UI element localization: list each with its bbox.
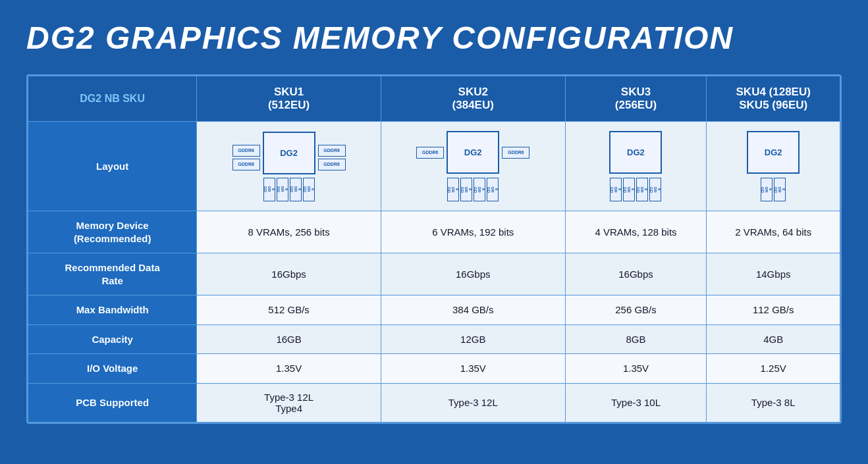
cell-memory-sku4: 2 VRAMs, 64 bits bbox=[707, 211, 840, 253]
cell-pcb-sku4: Type-3 8L bbox=[707, 383, 840, 422]
row-label-layout: Layout bbox=[28, 122, 197, 211]
cell-bandwidth-sku4: 112 GB/s bbox=[707, 296, 840, 325]
table-row-layout: Layout GDDR6 GDDR6 DG2 GDDR6 GDDR6 bbox=[28, 122, 840, 211]
cell-bandwidth-sku2: 384 GB/s bbox=[381, 296, 565, 325]
table-row-pcb: PCB Supported Type-3 12LType4 Type-3 12L… bbox=[28, 383, 840, 422]
cell-bandwidth-sku1: 512 GB/s bbox=[197, 296, 381, 325]
col-header-sku3: SKU3 (256EU) bbox=[565, 76, 707, 122]
row-label-voltage: I/O Voltage bbox=[28, 354, 197, 384]
table-row-capacity: Capacity 16GB 12GB 8GB 4GB bbox=[28, 324, 840, 354]
cell-voltage-sku4: 1.25V bbox=[707, 354, 840, 384]
cell-bandwidth-sku3: 256 GB/s bbox=[565, 296, 707, 325]
col-header-sku2: SKU2 (384EU) bbox=[381, 76, 565, 122]
cell-voltage-sku1: 1.35V bbox=[197, 354, 381, 384]
cell-capacity-sku1: 16GB bbox=[197, 324, 381, 354]
page-title: DG2 Graphics Memory Configuration bbox=[26, 20, 842, 56]
cell-datarate-sku4: 14Gbps bbox=[707, 253, 840, 296]
layout-sku3-cell: DG2 GDDR6 GDDR6 GDDR6 GDDR6 bbox=[565, 122, 707, 211]
table-header-row: DG2 NB SKU SKU1 (512EU) SKU2 (384EU) SKU… bbox=[28, 76, 840, 122]
cell-memory-sku2: 6 VRAMs, 192 bits bbox=[381, 211, 565, 253]
cell-datarate-sku2: 16Gbps bbox=[381, 253, 565, 296]
cell-memory-sku1: 8 VRAMs, 256 bits bbox=[197, 211, 381, 253]
cell-capacity-sku2: 12GB bbox=[381, 324, 565, 354]
col-header-sku4: SKU4 (128EU) SKU5 (96EU) bbox=[707, 76, 840, 122]
memory-config-table: DG2 NB SKU SKU1 (512EU) SKU2 (384EU) SKU… bbox=[26, 74, 842, 424]
cell-pcb-sku3: Type-3 10L bbox=[565, 383, 707, 422]
cell-voltage-sku2: 1.35V bbox=[381, 354, 565, 384]
table-row-data-rate: Recommended DataRate 16Gbps 16Gbps 16Gbp… bbox=[28, 253, 840, 296]
cell-voltage-sku3: 1.35V bbox=[565, 354, 707, 384]
cell-pcb-sku1: Type-3 12LType4 bbox=[197, 383, 381, 422]
table-row-bandwidth: Max Bandwidth 512 GB/s 384 GB/s 256 GB/s… bbox=[28, 296, 840, 325]
row-label-memory-device: Memory Device(Recommended) bbox=[28, 211, 197, 253]
row-label-capacity: Capacity bbox=[28, 324, 197, 354]
row-label-data-rate: Recommended DataRate bbox=[28, 253, 197, 296]
row-label-bandwidth: Max Bandwidth bbox=[28, 296, 197, 325]
layout-sku1-cell: GDDR6 GDDR6 DG2 GDDR6 GDDR6 GDDR6 GDDR6 bbox=[197, 122, 381, 211]
layout-sku2-cell: GDDR6 DG2 GDDR6 GDDR6 GDDR6 GDDR6 GDDR6 bbox=[381, 122, 565, 211]
cell-pcb-sku2: Type-3 12L bbox=[381, 383, 565, 422]
cell-datarate-sku3: 16Gbps bbox=[565, 253, 707, 296]
layout-sku4-cell: DG2 GDDR6 GDDR6 bbox=[707, 122, 840, 211]
row-label-pcb: PCB Supported bbox=[28, 383, 197, 422]
col-header-label: DG2 NB SKU bbox=[28, 76, 197, 122]
cell-datarate-sku1: 16Gbps bbox=[197, 253, 381, 296]
table-row-memory-device: Memory Device(Recommended) 8 VRAMs, 256 … bbox=[28, 211, 840, 253]
table-row-voltage: I/O Voltage 1.35V 1.35V 1.35V 1.25V bbox=[28, 354, 840, 384]
cell-capacity-sku4: 4GB bbox=[707, 324, 840, 354]
cell-memory-sku3: 4 VRAMs, 128 bits bbox=[565, 211, 707, 253]
cell-capacity-sku3: 8GB bbox=[565, 324, 707, 354]
col-header-sku1: SKU1 (512EU) bbox=[197, 76, 381, 122]
